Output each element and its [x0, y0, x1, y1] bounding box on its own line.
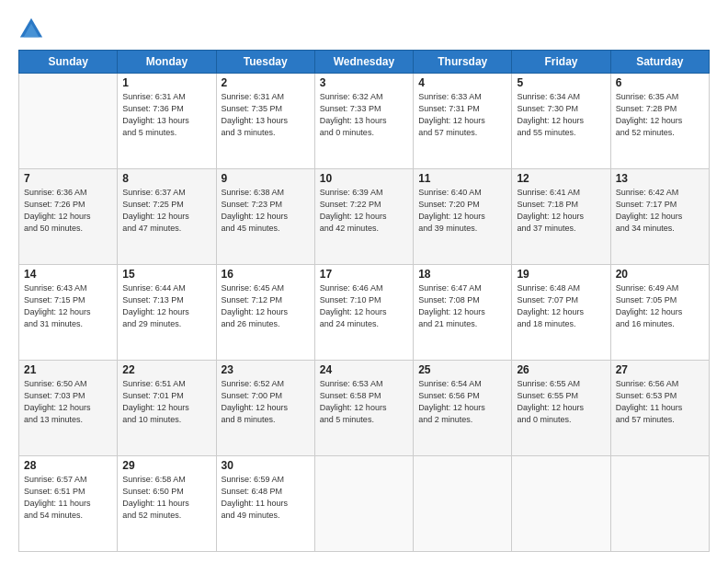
- page: SundayMondayTuesdayWednesdayThursdayFrid…: [0, 0, 728, 563]
- calendar-cell: 4Sunrise: 6:33 AM Sunset: 7:31 PM Daylig…: [414, 74, 512, 169]
- calendar-week-4: 21Sunrise: 6:50 AM Sunset: 7:03 PM Dayli…: [19, 361, 710, 456]
- calendar-cell: 21Sunrise: 6:50 AM Sunset: 7:03 PM Dayli…: [19, 361, 118, 456]
- calendar-cell: 24Sunrise: 6:53 AM Sunset: 6:58 PM Dayli…: [314, 361, 413, 456]
- calendar-cell: 29Sunrise: 6:58 AM Sunset: 6:50 PM Dayli…: [118, 456, 216, 552]
- day-info: Sunrise: 6:33 AM Sunset: 7:31 PM Dayligh…: [418, 91, 506, 139]
- calendar-cell: 17Sunrise: 6:46 AM Sunset: 7:10 PM Dayli…: [314, 265, 413, 361]
- day-info: Sunrise: 6:44 AM Sunset: 7:13 PM Dayligh…: [122, 282, 210, 330]
- calendar-cell: 13Sunrise: 6:42 AM Sunset: 7:17 PM Dayli…: [610, 169, 709, 265]
- day-info: Sunrise: 6:46 AM Sunset: 7:10 PM Dayligh…: [320, 282, 408, 330]
- day-info: Sunrise: 6:58 AM Sunset: 6:50 PM Dayligh…: [122, 474, 210, 522]
- calendar-cell: 1Sunrise: 6:31 AM Sunset: 7:36 PM Daylig…: [118, 74, 216, 169]
- day-number: 8: [122, 172, 210, 185]
- day-number: 30: [222, 459, 310, 472]
- calendar-cell: 2Sunrise: 6:31 AM Sunset: 7:35 PM Daylig…: [216, 74, 314, 169]
- weekday-header-tuesday: Tuesday: [216, 51, 314, 74]
- day-number: 27: [616, 363, 704, 376]
- day-info: Sunrise: 6:43 AM Sunset: 7:15 PM Dayligh…: [24, 282, 112, 330]
- calendar-week-5: 28Sunrise: 6:57 AM Sunset: 6:51 PM Dayli…: [19, 456, 710, 552]
- day-number: 19: [517, 268, 605, 281]
- day-number: 2: [222, 76, 310, 89]
- day-info: Sunrise: 6:31 AM Sunset: 7:35 PM Dayligh…: [222, 91, 310, 139]
- calendar-cell: 7Sunrise: 6:36 AM Sunset: 7:26 PM Daylig…: [19, 169, 118, 265]
- header: [18, 17, 710, 42]
- day-info: Sunrise: 6:36 AM Sunset: 7:26 PM Dayligh…: [24, 187, 112, 235]
- calendar-cell: [512, 456, 610, 552]
- day-number: 14: [24, 268, 112, 281]
- day-info: Sunrise: 6:49 AM Sunset: 7:05 PM Dayligh…: [616, 282, 704, 330]
- calendar-cell: 9Sunrise: 6:38 AM Sunset: 7:23 PM Daylig…: [216, 169, 314, 265]
- day-number: 18: [418, 268, 506, 281]
- day-info: Sunrise: 6:48 AM Sunset: 7:07 PM Dayligh…: [517, 282, 605, 330]
- calendar-cell: [19, 74, 118, 169]
- weekday-header-monday: Monday: [118, 51, 216, 74]
- calendar-cell: 10Sunrise: 6:39 AM Sunset: 7:22 PM Dayli…: [314, 169, 413, 265]
- calendar-cell: 19Sunrise: 6:48 AM Sunset: 7:07 PM Dayli…: [512, 265, 610, 361]
- day-info: Sunrise: 6:35 AM Sunset: 7:28 PM Dayligh…: [616, 91, 704, 139]
- day-number: 17: [320, 268, 408, 281]
- day-info: Sunrise: 6:57 AM Sunset: 6:51 PM Dayligh…: [24, 474, 112, 522]
- calendar-week-3: 14Sunrise: 6:43 AM Sunset: 7:15 PM Dayli…: [19, 265, 710, 361]
- calendar-cell: 25Sunrise: 6:54 AM Sunset: 6:56 PM Dayli…: [414, 361, 512, 456]
- calendar-cell: 26Sunrise: 6:55 AM Sunset: 6:55 PM Dayli…: [512, 361, 610, 456]
- day-number: 29: [122, 459, 210, 472]
- day-info: Sunrise: 6:38 AM Sunset: 7:23 PM Dayligh…: [222, 187, 310, 235]
- day-info: Sunrise: 6:32 AM Sunset: 7:33 PM Dayligh…: [320, 91, 408, 139]
- day-number: 25: [418, 363, 506, 376]
- day-number: 16: [222, 268, 310, 281]
- day-info: Sunrise: 6:40 AM Sunset: 7:20 PM Dayligh…: [418, 187, 506, 235]
- day-info: Sunrise: 6:37 AM Sunset: 7:25 PM Dayligh…: [122, 187, 210, 235]
- day-number: 13: [616, 172, 704, 185]
- logo: [18, 17, 48, 42]
- weekday-header-wednesday: Wednesday: [314, 51, 413, 74]
- day-number: 24: [320, 363, 408, 376]
- calendar-cell: 18Sunrise: 6:47 AM Sunset: 7:08 PM Dayli…: [414, 265, 512, 361]
- calendar-cell: 23Sunrise: 6:52 AM Sunset: 7:00 PM Dayli…: [216, 361, 314, 456]
- calendar-cell: 30Sunrise: 6:59 AM Sunset: 6:48 PM Dayli…: [216, 456, 314, 552]
- calendar-cell: 20Sunrise: 6:49 AM Sunset: 7:05 PM Dayli…: [610, 265, 709, 361]
- calendar-cell: 8Sunrise: 6:37 AM Sunset: 7:25 PM Daylig…: [118, 169, 216, 265]
- day-number: 4: [418, 76, 506, 89]
- day-info: Sunrise: 6:53 AM Sunset: 6:58 PM Dayligh…: [320, 378, 408, 426]
- calendar-cell: [314, 456, 413, 552]
- day-number: 20: [616, 268, 704, 281]
- calendar-cell: 12Sunrise: 6:41 AM Sunset: 7:18 PM Dayli…: [512, 169, 610, 265]
- day-info: Sunrise: 6:51 AM Sunset: 7:01 PM Dayligh…: [122, 378, 210, 426]
- calendar-week-2: 7Sunrise: 6:36 AM Sunset: 7:26 PM Daylig…: [19, 169, 710, 265]
- day-info: Sunrise: 6:39 AM Sunset: 7:22 PM Dayligh…: [320, 187, 408, 235]
- calendar-cell: [414, 456, 512, 552]
- calendar-week-1: 1Sunrise: 6:31 AM Sunset: 7:36 PM Daylig…: [19, 74, 710, 169]
- day-info: Sunrise: 6:54 AM Sunset: 6:56 PM Dayligh…: [418, 378, 506, 426]
- day-info: Sunrise: 6:59 AM Sunset: 6:48 PM Dayligh…: [222, 474, 310, 522]
- calendar-cell: 28Sunrise: 6:57 AM Sunset: 6:51 PM Dayli…: [19, 456, 118, 552]
- weekday-header-sunday: Sunday: [19, 51, 118, 74]
- calendar-cell: 11Sunrise: 6:40 AM Sunset: 7:20 PM Dayli…: [414, 169, 512, 265]
- day-info: Sunrise: 6:50 AM Sunset: 7:03 PM Dayligh…: [24, 378, 112, 426]
- calendar-table: SundayMondayTuesdayWednesdayThursdayFrid…: [18, 50, 710, 552]
- day-info: Sunrise: 6:34 AM Sunset: 7:30 PM Dayligh…: [517, 91, 605, 139]
- day-info: Sunrise: 6:52 AM Sunset: 7:00 PM Dayligh…: [222, 378, 310, 426]
- day-info: Sunrise: 6:55 AM Sunset: 6:55 PM Dayligh…: [517, 378, 605, 426]
- calendar-cell: 5Sunrise: 6:34 AM Sunset: 7:30 PM Daylig…: [512, 74, 610, 169]
- day-number: 1: [122, 76, 210, 89]
- calendar-cell: 16Sunrise: 6:45 AM Sunset: 7:12 PM Dayli…: [216, 265, 314, 361]
- day-number: 9: [222, 172, 310, 185]
- calendar-cell: 22Sunrise: 6:51 AM Sunset: 7:01 PM Dayli…: [118, 361, 216, 456]
- weekday-header-saturday: Saturday: [610, 51, 709, 74]
- day-number: 5: [517, 76, 605, 89]
- calendar-cell: 15Sunrise: 6:44 AM Sunset: 7:13 PM Dayli…: [118, 265, 216, 361]
- calendar-cell: 6Sunrise: 6:35 AM Sunset: 7:28 PM Daylig…: [610, 74, 709, 169]
- day-number: 6: [616, 76, 704, 89]
- day-number: 12: [517, 172, 605, 185]
- weekday-header-friday: Friday: [512, 51, 610, 74]
- day-number: 11: [418, 172, 506, 185]
- calendar-cell: 3Sunrise: 6:32 AM Sunset: 7:33 PM Daylig…: [314, 74, 413, 169]
- day-info: Sunrise: 6:45 AM Sunset: 7:12 PM Dayligh…: [222, 282, 310, 330]
- logo-icon: [18, 17, 44, 42]
- day-number: 21: [24, 363, 112, 376]
- day-number: 10: [320, 172, 408, 185]
- day-number: 23: [222, 363, 310, 376]
- day-info: Sunrise: 6:41 AM Sunset: 7:18 PM Dayligh…: [517, 187, 605, 235]
- day-number: 15: [122, 268, 210, 281]
- day-number: 28: [24, 459, 112, 472]
